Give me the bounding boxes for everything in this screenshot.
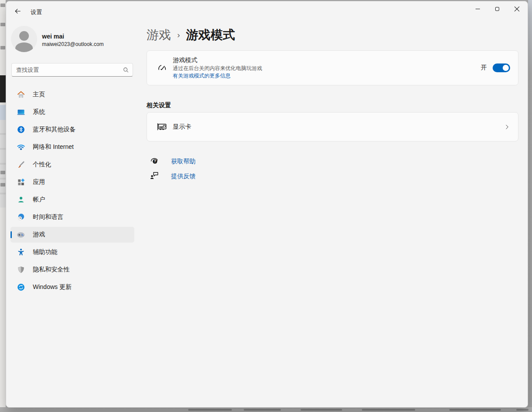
graphics-card-label: 显示卡 <box>173 123 191 131</box>
sidebar-item-label: 网络和 Internet <box>33 143 74 151</box>
breadcrumb-parent[interactable]: 游戏 <box>147 27 171 43</box>
network-icon <box>16 143 25 152</box>
game-mode-description: 通过在后台关闭内容来优化电脑玩游戏 <box>173 65 262 72</box>
svg-text:?: ? <box>154 159 156 163</box>
game-mode-speedometer-icon <box>155 62 168 74</box>
window-title: 设置 <box>31 8 42 16</box>
get-help-icon: ? <box>149 155 159 167</box>
sidebar-item-gaming[interactable]: 游戏 <box>10 227 134 243</box>
page-title: 游戏模式 <box>186 27 235 43</box>
sidebar-item-label: Windows 更新 <box>33 283 72 291</box>
breadcrumb-separator-icon: › <box>177 30 180 40</box>
sidebar-item-label: 帐户 <box>33 196 45 204</box>
feedback-label: 提供反馈 <box>171 173 196 180</box>
sidebar-item-privacy[interactable]: 隐私和安全性 <box>10 262 134 278</box>
sidebar-item-network[interactable]: 网络和 Internet <box>10 139 134 155</box>
feedback-link[interactable]: 提供反馈 <box>149 170 196 182</box>
desktop-background-right <box>528 0 532 412</box>
maximize-button[interactable] <box>487 1 507 16</box>
game-mode-card: 游戏模式 通过在后台关闭内容来优化电脑玩游戏 有关游戏模式的更多信息 开 <box>147 50 518 85</box>
toggle-state-label: 开 <box>481 64 487 72</box>
sidebar-item-label: 主页 <box>33 91 45 99</box>
bluetooth-icon <box>16 125 25 134</box>
sidebar-nav: 主页 系统 蓝牙和其他设备 <box>10 87 134 297</box>
sidebar-item-bluetooth[interactable]: 蓝牙和其他设备 <box>10 122 134 137</box>
avatar[interactable] <box>11 26 37 52</box>
gaming-icon <box>16 230 25 239</box>
game-mode-title: 游戏模式 <box>173 56 262 64</box>
sidebar-item-label: 个性化 <box>33 161 51 169</box>
sidebar-item-accounts[interactable]: 帐户 <box>10 192 134 208</box>
sidebar-item-time-language[interactable]: 时间和语言 <box>10 209 134 225</box>
system-icon <box>16 108 25 117</box>
sidebar-item-label: 蓝牙和其他设备 <box>33 126 76 134</box>
sidebar-item-label: 辅助功能 <box>33 248 57 256</box>
minimize-button[interactable] <box>468 1 487 16</box>
sidebar-item-label: 系统 <box>33 108 45 116</box>
back-button[interactable] <box>10 4 25 18</box>
sidebar-item-label: 隐私和安全性 <box>33 266 70 274</box>
personalization-icon <box>16 160 25 169</box>
profile-name: wei mai <box>42 33 64 40</box>
game-mode-toggle[interactable] <box>493 63 510 72</box>
profile-email: maiwei2023@outlook.com <box>42 41 104 47</box>
sidebar-item-windows-update[interactable]: Windows 更新 <box>10 279 134 295</box>
graphics-card-row[interactable]: 显示卡 <box>147 112 518 141</box>
sidebar-item-personalization[interactable]: 个性化 <box>10 157 134 173</box>
sidebar-item-label: 时间和语言 <box>33 213 63 221</box>
privacy-icon <box>16 265 25 275</box>
settings-window: 设置 wei mai maiwei2023@outlook.com <box>6 1 528 408</box>
related-settings-header: 相关设置 <box>147 102 171 109</box>
close-button[interactable] <box>507 1 527 16</box>
sidebar-item-apps[interactable]: 应用 <box>10 174 134 190</box>
search-input[interactable] <box>16 67 122 73</box>
back-arrow-icon <box>14 7 21 15</box>
search-box[interactable] <box>11 63 133 77</box>
game-mode-learn-more-link[interactable]: 有关游戏模式的更多信息 <box>173 72 231 80</box>
titlebar: 设置 <box>6 1 528 21</box>
get-help-link[interactable]: ? 获取帮助 <box>149 155 196 167</box>
maximize-icon <box>495 7 499 11</box>
feedback-icon <box>149 170 159 182</box>
accounts-icon <box>16 195 25 204</box>
sidebar-item-accessibility[interactable]: 辅助功能 <box>10 244 134 260</box>
chevron-right-icon <box>504 124 510 130</box>
toggle-knob <box>503 65 509 71</box>
sidebar-item-system[interactable]: 系统 <box>10 104 134 120</box>
accessibility-icon <box>16 248 25 257</box>
desktop-background-bottom <box>0 407 532 412</box>
windows-update-icon <box>16 283 25 292</box>
sidebar-item-label: 应用 <box>33 178 45 186</box>
time-language-icon <box>16 213 25 222</box>
sidebar-item-label: 游戏 <box>33 231 45 239</box>
home-icon <box>16 90 25 99</box>
graphics-card-icon <box>155 121 168 133</box>
sidebar-item-home[interactable]: 主页 <box>10 87 134 102</box>
breadcrumb: 游戏 › 游戏模式 <box>147 27 235 43</box>
search-icon <box>122 67 129 73</box>
minimize-icon <box>476 9 480 9</box>
get-help-label: 获取帮助 <box>171 158 196 166</box>
desktop-background-left <box>0 0 6 412</box>
close-icon <box>514 6 520 12</box>
apps-icon <box>16 178 25 187</box>
